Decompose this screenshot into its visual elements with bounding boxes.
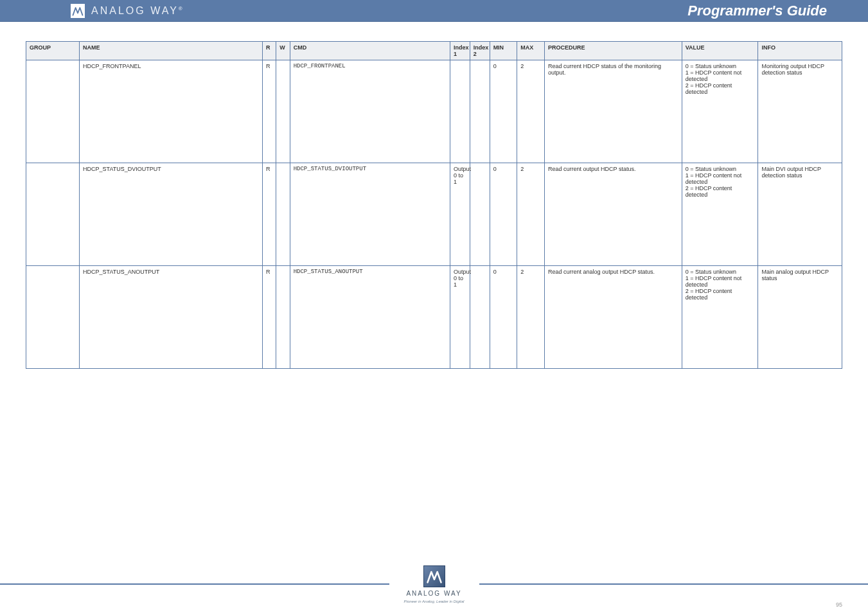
footer-logo-icon — [423, 565, 445, 587]
table-cell: 2 — [517, 60, 545, 163]
table-header-row: GROUP NAME R W CMD Index 1 Index 2 MIN M… — [26, 42, 842, 60]
table-cell: Main DVI output HDCP detection status — [758, 163, 842, 266]
table-cell: Output 0 to 1 — [450, 163, 470, 266]
table-cell: 0 — [490, 266, 517, 369]
col-value: VALUE — [682, 42, 758, 60]
brand-logo-block: ANALOG WAY® — [71, 4, 184, 18]
table-cell — [450, 60, 470, 163]
table-cell: Output 0 to 1 — [450, 266, 470, 369]
table-cell: 0 = Status unknown 1 = HDCP content not … — [682, 60, 758, 163]
table-row: HDCP_STATUS_ANOUTPUTRHDCP_STATUS_ANOUTPU… — [26, 266, 842, 369]
table-cell — [470, 163, 490, 266]
table-row: HDCP_STATUS_DVIOUTPUTRHDCP_STATUS_DVIOUT… — [26, 163, 842, 266]
command-table: GROUP NAME R W CMD Index 1 Index 2 MIN M… — [26, 41, 842, 369]
footer: ANALOG WAY Pioneer in Analog, Leader in … — [0, 555, 868, 613]
table-cell: 2 — [517, 266, 545, 369]
table-cell: R — [262, 60, 276, 163]
table-cell — [26, 266, 80, 369]
table-cell: HDCP_STATUS_DVIOUTPUT — [80, 163, 263, 266]
col-idx1: Index 1 — [450, 42, 470, 60]
col-cmd: CMD — [290, 42, 450, 60]
col-info: INFO — [758, 42, 842, 60]
table-row: HDCP_FRONTPANELRHDCP_FRONTPANEL02Read cu… — [26, 60, 842, 163]
col-w: W — [276, 42, 290, 60]
table-cell — [470, 266, 490, 369]
footer-logo: ANALOG WAY Pioneer in Analog, Leader in … — [389, 565, 479, 603]
table-cell: Main analog output HDCP status — [758, 266, 842, 369]
col-idx2: Index 2 — [470, 42, 490, 60]
table-cell: Read current HDCP status of the monitori… — [545, 60, 682, 163]
table-cell: 0 = Status unknown 1 = HDCP content not … — [682, 266, 758, 369]
footer-line-left — [0, 583, 389, 585]
table-cell: Read current analog output HDCP status. — [545, 266, 682, 369]
col-min: MIN — [490, 42, 517, 60]
col-proc: PROCEDURE — [545, 42, 682, 60]
table-cell: R — [262, 163, 276, 266]
table-cell: HDCP_FRONTPANEL — [290, 60, 450, 163]
table-cell: 0 = Status unknown 1 = HDCP content not … — [682, 163, 758, 266]
col-group: GROUP — [26, 42, 80, 60]
table-cell: HDCP_STATUS_DVIOUTPUT — [290, 163, 450, 266]
page-body: GROUP NAME R W CMD Index 1 Index 2 MIN M… — [0, 22, 868, 369]
table-cell: 0 — [490, 163, 517, 266]
brand-logo-icon — [71, 4, 85, 18]
header-bar: ANALOG WAY® Programmer's Guide — [0, 0, 868, 22]
table-cell — [26, 163, 80, 266]
table-cell: Monitoring output HDCP detection status — [758, 60, 842, 163]
table-cell: 0 — [490, 60, 517, 163]
table-cell — [276, 163, 290, 266]
table-cell: HDCP_STATUS_ANOUTPUT — [290, 266, 450, 369]
col-name: NAME — [80, 42, 263, 60]
table-cell — [26, 60, 80, 163]
table-cell — [276, 60, 290, 163]
table-cell: HDCP_FRONTPANEL — [80, 60, 263, 163]
page-number: 95 — [836, 601, 842, 608]
table-cell: 2 — [517, 163, 545, 266]
table-cell: R — [262, 266, 276, 369]
table-cell: HDCP_STATUS_ANOUTPUT — [80, 266, 263, 369]
footer-line-right — [479, 583, 869, 585]
page-title: Programmer's Guide — [687, 3, 827, 19]
footer-tagline: Pioneer in Analog, Leader in Digital — [404, 600, 465, 603]
col-max: MAX — [517, 42, 545, 60]
table-cell — [276, 266, 290, 369]
footer-brand: ANALOG WAY — [406, 590, 461, 597]
col-r: R — [262, 42, 276, 60]
table-cell — [470, 60, 490, 163]
table-cell: Read current output HDCP status. — [545, 163, 682, 266]
brand-name: ANALOG WAY® — [91, 5, 184, 17]
